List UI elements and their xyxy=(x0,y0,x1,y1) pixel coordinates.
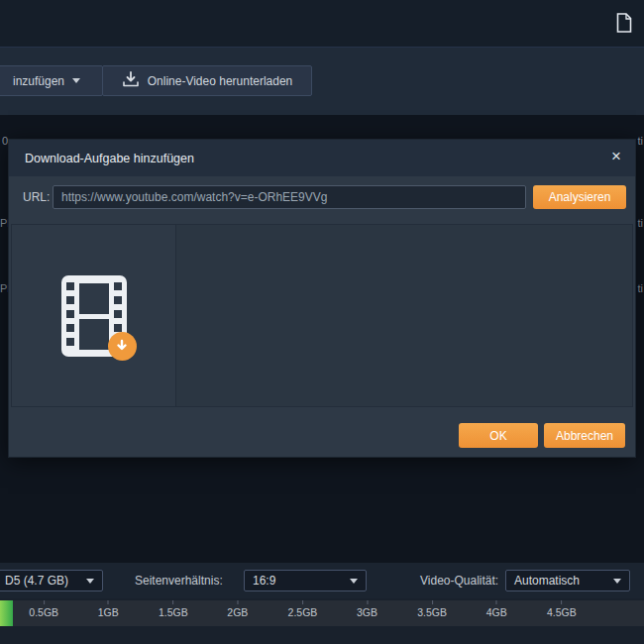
download-task-dialog: Download-Aufgabe hinzufügen × URL: Analy… xyxy=(8,139,636,458)
capacity-tick: 3GB xyxy=(357,600,377,618)
chevron-down-icon xyxy=(350,579,358,584)
url-label: URL: xyxy=(23,190,50,204)
dialog-title: Download-Aufgabe hinzufügen xyxy=(25,152,194,165)
dialog-header: Download-Aufgabe hinzufügen × xyxy=(9,140,635,176)
preview-info-pane xyxy=(176,225,632,406)
video-quality-value: Automatisch xyxy=(514,574,580,588)
chevron-down-icon xyxy=(86,579,94,584)
settings-bar: D5 (4.7 GB) Seitenverhältnis: 16:9 Video… xyxy=(0,563,644,598)
url-input[interactable] xyxy=(53,185,526,209)
chevron-down-icon xyxy=(72,78,80,83)
chevron-down-icon xyxy=(613,579,621,584)
capacity-tick: 2.5GB xyxy=(288,600,318,618)
capacity-tick: 1GB xyxy=(98,600,119,618)
aspect-ratio-value: 16:9 xyxy=(253,574,275,588)
add-files-button[interactable]: inzufügen xyxy=(0,65,103,96)
preview-area xyxy=(11,224,633,407)
dialog-body: URL: Analysieren xyxy=(9,176,635,457)
topbar xyxy=(0,0,644,47)
capacity-tick: 0.5GB xyxy=(29,600,58,618)
table-row-fragment: ti xyxy=(638,135,644,147)
capacity-bar: 0.5GB 1GB 1.5GB 2GB 2.5GB 3GB 3.5GB 4GB … xyxy=(0,600,644,626)
download-badge-icon xyxy=(108,332,137,361)
capacity-tick: 3.5GB xyxy=(417,600,447,618)
add-files-label: inzufügen xyxy=(13,74,64,88)
video-quality-select[interactable]: Automatisch xyxy=(505,570,630,591)
ok-button[interactable]: OK xyxy=(459,423,538,448)
toolbar: inzufügen Online-Video herunterladen xyxy=(0,47,644,115)
download-icon xyxy=(122,71,140,90)
capacity-tick: 1.5GB xyxy=(159,600,188,618)
disc-type-value: D5 (4.7 GB) xyxy=(5,574,68,588)
disc-type-select[interactable]: D5 (4.7 GB) xyxy=(0,570,103,591)
table-row-fragment: ti xyxy=(638,282,644,294)
analyze-button[interactable]: Analysieren xyxy=(533,185,626,209)
close-icon[interactable]: × xyxy=(611,147,621,166)
document-icon[interactable] xyxy=(616,13,632,37)
capacity-tick: 2GB xyxy=(227,600,248,618)
preview-thumbnail-pane xyxy=(12,225,176,406)
download-online-video-button[interactable]: Online-Video herunterladen xyxy=(102,65,312,96)
capacity-strip: 0.5GB 1GB 1.5GB 2GB 2.5GB 3GB 3.5GB 4GB … xyxy=(0,598,644,644)
cancel-button[interactable]: Abbrechen xyxy=(544,423,625,448)
video-file-icon xyxy=(61,275,127,357)
download-online-video-label: Online-Video herunterladen xyxy=(148,74,293,88)
capacity-used-segment xyxy=(0,600,13,626)
video-quality-label: Video-Qualität: xyxy=(420,563,498,598)
aspect-ratio-label: Seitenverhältnis: xyxy=(135,563,223,598)
table-row-fragment: ti xyxy=(638,217,644,229)
capacity-tick: 4.5GB xyxy=(547,600,577,618)
capacity-tick: 4GB xyxy=(486,600,507,618)
aspect-ratio-select[interactable]: 16:9 xyxy=(244,570,367,591)
